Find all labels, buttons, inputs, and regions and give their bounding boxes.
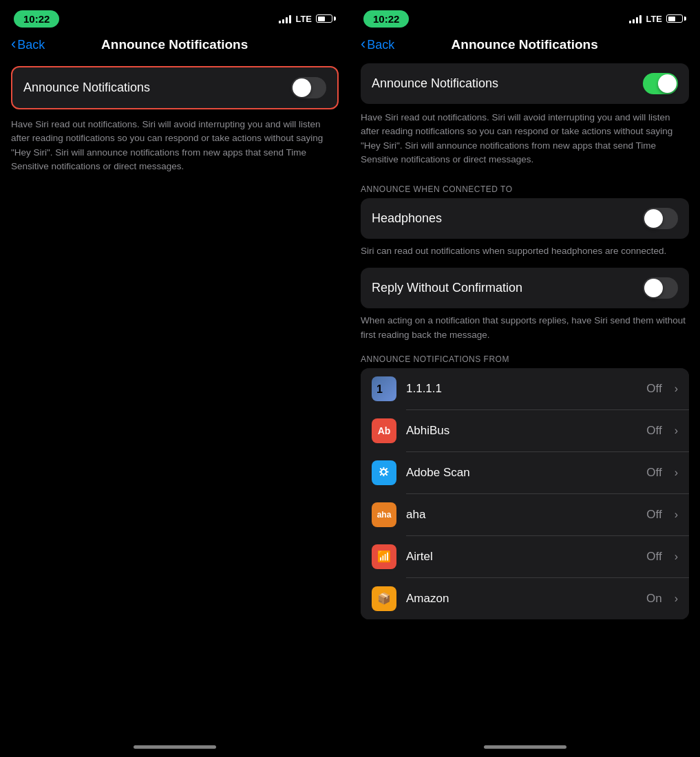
left-nav-title: Announce Notifications — [52, 37, 297, 52]
right-lte-label: LTE — [646, 14, 662, 24]
app-status-amazon: On — [646, 592, 662, 606]
left-status-icons: LTE — [279, 14, 336, 24]
app-name-amazon: Amazon — [406, 592, 637, 606]
app-status-abhibus: Off — [646, 424, 661, 438]
left-home-bar — [134, 745, 216, 749]
left-back-button[interactable]: ‹ Back — [11, 38, 45, 52]
right-announce-card: Announce Notifications — [361, 63, 689, 104]
right-headphones-card: Headphones — [361, 198, 689, 239]
app-chevron-aha: › — [675, 509, 678, 521]
right-headphones-knob — [644, 209, 663, 228]
right-reply-toggle[interactable] — [643, 277, 678, 299]
app-status-airtel: Off — [646, 550, 661, 564]
left-description-box: Have Siri read out notifications. Siri w… — [11, 112, 339, 190]
right-signal-icon — [629, 14, 641, 23]
left-home-indicator — [0, 736, 350, 757]
right-status-bar: 10:22 LTE — [350, 0, 700, 34]
app-chevron-adobescan: › — [675, 467, 678, 479]
right-time: 10:22 — [363, 10, 409, 28]
right-announce-knob — [658, 74, 677, 93]
app-name-abhibus: AbhiBus — [406, 424, 637, 438]
right-headphones-label: Headphones — [372, 211, 442, 226]
right-home-indicator — [350, 736, 700, 757]
left-status-bar: 10:22 LTE — [0, 0, 350, 34]
left-announce-knob — [293, 78, 311, 97]
right-reply-card: Reply Without Confirmation — [361, 268, 689, 308]
app-status-1111: Off — [646, 382, 661, 396]
app-chevron-amazon: › — [675, 593, 678, 605]
right-announce-label: Announce Notifications — [372, 76, 498, 91]
right-headphones-toggle[interactable] — [643, 208, 678, 229]
right-reply-label: Reply Without Confirmation — [372, 281, 522, 295]
left-lte-label: LTE — [295, 14, 312, 24]
left-announce-label: Announce Notifications — [23, 81, 150, 95]
left-nav-bar: ‹ Back Announce Notifications — [0, 34, 350, 61]
left-announce-toggle[interactable] — [291, 77, 326, 98]
left-time: 10:22 — [14, 10, 59, 28]
app-name-aha: aha — [406, 508, 637, 522]
app-name-adobescan: Adobe Scan — [406, 466, 637, 480]
app-icon-aha: aha — [372, 502, 396, 527]
app-item-airtel[interactable]: 📶 Airtel Off › — [361, 536, 689, 577]
left-announce-card: Announce Notifications — [11, 66, 339, 109]
right-announce-toggle[interactable] — [643, 73, 678, 94]
right-headphones-desc-box: Siri can read out notifications when sup… — [350, 242, 700, 268]
right-announce-toggle-row: Announce Notifications — [372, 63, 678, 104]
right-battery-icon — [666, 14, 686, 23]
app-chevron-1111: › — [675, 383, 678, 395]
right-home-bar — [484, 745, 566, 749]
app-icon-1111: 1 — [372, 376, 396, 401]
svg-text:1: 1 — [376, 383, 383, 395]
app-status-aha: Off — [646, 508, 661, 522]
right-headphones-toggle-row: Headphones — [372, 198, 678, 239]
app-item-1111[interactable]: 1 1.1.1.1 Off › — [361, 368, 689, 409]
right-nav-title: Announce Notifications — [401, 37, 648, 52]
app-item-amazon[interactable]: 📦 Amazon On › — [361, 578, 689, 619]
left-screen: 10:22 LTE ‹ Back Announce Notifications — [0, 0, 350, 757]
right-section-header-2: ANNOUNCE NOTIFICATIONS FROM — [350, 352, 700, 368]
right-content: Announce Notifications Have Siri read ou… — [350, 61, 700, 736]
app-chevron-airtel: › — [675, 551, 678, 563]
right-app-list: 1 1.1.1.1 Off › Ab AbhiBus Off › ⛭ Adobe… — [361, 368, 689, 619]
app-item-aha[interactable]: aha aha Off › — [361, 494, 689, 535]
app-name-airtel: Airtel — [406, 550, 637, 564]
left-back-label: Back — [17, 38, 45, 52]
right-reply-desc-box: When acting on a notification that suppo… — [350, 311, 700, 352]
right-nav-bar: ‹ Back Announce Notifications — [350, 34, 700, 61]
app-icon-amazon: 📦 — [372, 586, 396, 611]
app-icon-adobescan: ⛭ — [372, 460, 396, 485]
left-battery-icon — [316, 14, 336, 23]
left-description-text: Have Siri read out notifications. Siri w… — [11, 118, 339, 182]
right-reply-desc: When acting on a notification that suppo… — [361, 314, 689, 345]
right-back-button[interactable]: ‹ Back — [361, 38, 394, 52]
right-reply-toggle-row: Reply Without Confirmation — [372, 268, 678, 308]
app-icon-abhibus: Ab — [372, 418, 396, 443]
left-signal-icon — [279, 14, 291, 23]
left-content: Announce Notifications Have Siri read ou… — [0, 61, 350, 736]
right-description-box: Have Siri read out notifications. Siri w… — [350, 107, 700, 182]
right-screen: 10:22 LTE ‹ Back Announce Notifications — [350, 0, 700, 757]
right-reply-knob — [644, 279, 663, 297]
app-name-1111: 1.1.1.1 — [406, 382, 637, 396]
app-item-adobescan[interactable]: ⛭ Adobe Scan Off › — [361, 452, 689, 493]
left-announce-toggle-row: Announce Notifications — [23, 67, 326, 108]
app-status-adobescan: Off — [646, 466, 661, 480]
app-item-abhibus[interactable]: Ab AbhiBus Off › — [361, 410, 689, 451]
right-section-header-1: ANNOUNCE WHEN CONNECTED TO — [350, 182, 700, 198]
app-chevron-abhibus: › — [675, 425, 678, 437]
right-headphones-desc: Siri can read out notifications when sup… — [361, 244, 689, 261]
right-back-label: Back — [367, 38, 394, 52]
right-status-icons: LTE — [629, 14, 686, 24]
app-icon-airtel: 📶 — [372, 544, 396, 569]
right-back-chevron-icon: ‹ — [361, 36, 365, 52]
right-description-text: Have Siri read out notifications. Siri w… — [361, 111, 689, 175]
left-back-chevron-icon: ‹ — [11, 36, 16, 52]
